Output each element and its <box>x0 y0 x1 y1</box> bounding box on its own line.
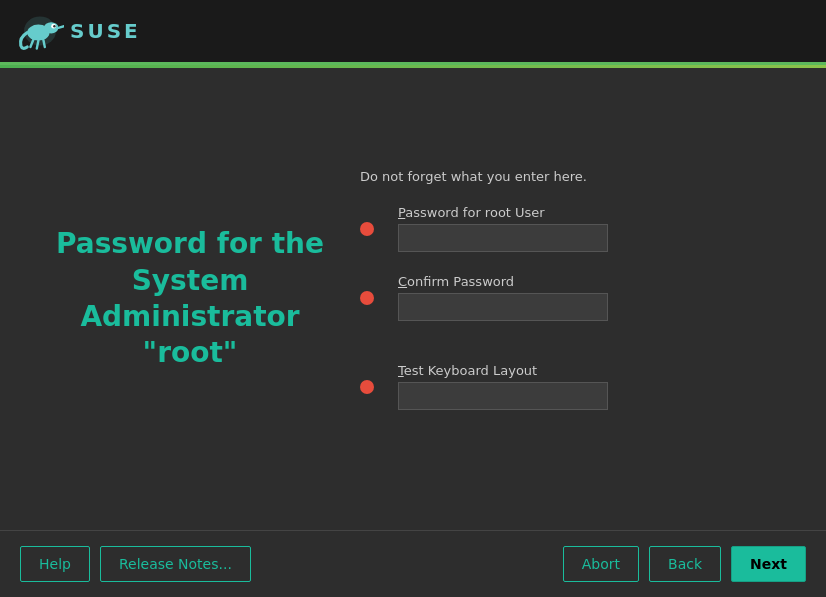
confirm-password-indicator <box>360 291 374 305</box>
right-button-group: Abort Back Next <box>563 546 806 582</box>
password-root-label: Password for root User <box>398 205 608 220</box>
abort-button[interactable]: Abort <box>563 546 639 582</box>
page-title: Password for the System Administrator "r… <box>40 226 340 372</box>
form-section: Do not forget what you enter here. Passw… <box>340 166 826 432</box>
test-keyboard-field-group: Test Keyboard Layout <box>398 363 608 410</box>
suse-chameleon-icon <box>16 7 64 55</box>
confirm-password-field-group: Confirm Password <box>398 274 608 321</box>
password-root-indicator <box>360 222 374 236</box>
password-root-field-group: Password for root User <box>398 205 608 252</box>
hint-text-row: Do not forget what you enter here. <box>360 166 826 185</box>
bottom-bar: Help Release Notes... Abort Back Next <box>0 530 826 597</box>
hint-text: Do not forget what you enter here. <box>360 169 587 184</box>
confirm-password-input[interactable] <box>398 293 608 321</box>
svg-line-8 <box>58 26 64 28</box>
svg-point-2 <box>44 22 58 33</box>
help-button[interactable]: Help <box>20 546 90 582</box>
test-keyboard-indicator <box>360 380 374 394</box>
confirm-password-label: Confirm Password <box>398 274 608 289</box>
release-notes-button[interactable]: Release Notes... <box>100 546 251 582</box>
form-spacer <box>360 343 826 363</box>
suse-wordmark: SUSE <box>70 21 141 41</box>
svg-line-6 <box>37 41 39 49</box>
left-button-group: Help Release Notes... <box>20 546 251 582</box>
svg-point-4 <box>53 25 55 27</box>
svg-line-7 <box>43 39 45 47</box>
suse-logo: SUSE <box>16 7 141 55</box>
left-panel: Password for the System Administrator "r… <box>40 226 340 372</box>
test-keyboard-label: Test Keyboard Layout <box>398 363 608 378</box>
main-content: Password for the System Administrator "r… <box>0 68 826 530</box>
back-button[interactable]: Back <box>649 546 721 582</box>
password-root-row: Password for root User <box>360 205 826 252</box>
confirm-password-row: Confirm Password <box>360 274 826 321</box>
test-keyboard-row: Test Keyboard Layout <box>360 363 826 410</box>
test-keyboard-input[interactable] <box>398 382 608 410</box>
password-root-input[interactable] <box>398 224 608 252</box>
next-button[interactable]: Next <box>731 546 806 582</box>
top-bar: SUSE <box>0 0 826 65</box>
